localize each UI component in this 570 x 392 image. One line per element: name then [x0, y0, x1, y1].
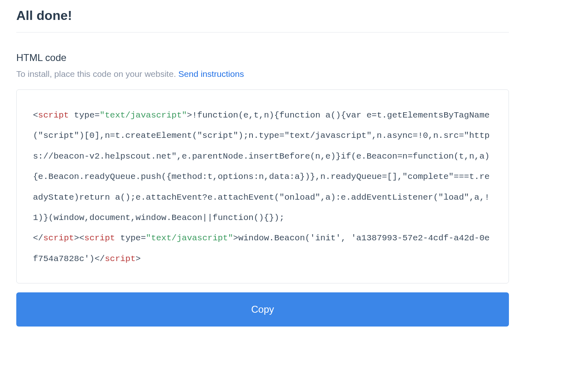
- send-instructions-link[interactable]: Send instructions: [178, 69, 244, 78]
- code-tag: script: [38, 111, 69, 120]
- code-punct: <: [79, 233, 84, 243]
- code-attrval: "text/javascript": [100, 111, 187, 120]
- code-body: >!function(e,t,n){function a(){var e=t.g…: [33, 111, 490, 222]
- code-punct: </: [94, 254, 105, 264]
- code-attr: type=: [115, 233, 146, 243]
- instructions-text: To install, place this code on your webs…: [16, 69, 178, 78]
- code-punct: >: [74, 233, 79, 243]
- copy-button[interactable]: Copy: [16, 292, 509, 327]
- install-instructions: To install, place this code on your webs…: [16, 69, 509, 79]
- code-tag: script: [84, 233, 115, 243]
- code-tag: script: [105, 254, 136, 264]
- code-punct: <: [33, 111, 38, 120]
- section-title: HTML code: [16, 52, 509, 63]
- code-content[interactable]: <script type="text/javascript">!function…: [33, 105, 492, 269]
- code-attrval: "text/javascript": [146, 233, 233, 243]
- code-tag: script: [43, 233, 74, 243]
- code-box: <script type="text/javascript">!function…: [16, 89, 509, 283]
- code-attr: type=: [69, 111, 100, 120]
- page-title: All done!: [16, 8, 509, 33]
- code-punct: >: [136, 254, 141, 264]
- code-punct: </: [33, 233, 43, 243]
